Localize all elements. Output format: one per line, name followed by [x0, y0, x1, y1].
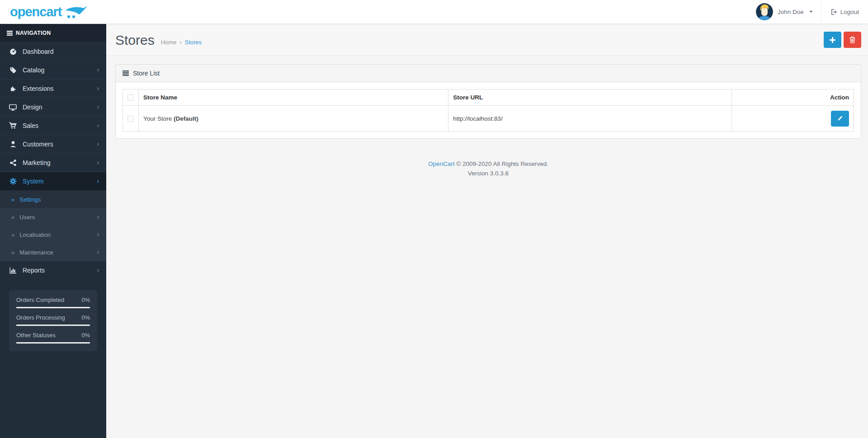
store-url-cell: http://localhost:83/: [448, 106, 732, 132]
sidebar-item-maintenance[interactable]: » Maintenance ›: [0, 243, 106, 261]
row-action-cell: [732, 106, 854, 132]
angle-double-right-icon: »: [11, 196, 14, 203]
sidebar-item-label: Customers: [23, 141, 97, 148]
logout-label: Logout: [840, 9, 859, 15]
stat-label: Orders Completed: [16, 297, 64, 303]
stat-value: 0%: [81, 332, 90, 339]
store-list-panel: Store List Store Name Store URL: [115, 64, 861, 139]
angle-double-right-icon: »: [11, 249, 14, 256]
sidebar-item-localisation[interactable]: » Localisation ›: [0, 226, 106, 243]
submenu-item-label: Settings: [19, 196, 99, 203]
footer-version: Version 3.0.3.6: [115, 169, 861, 179]
edit-store-button[interactable]: [831, 111, 849, 127]
row-select-cell: [123, 106, 139, 132]
stat-orders-processing: Orders Processing 0%: [16, 314, 90, 326]
user-icon: [9, 141, 17, 148]
avatar: [756, 3, 773, 20]
add-store-button[interactable]: [824, 32, 841, 48]
panel-heading: Store List: [116, 65, 861, 82]
store-table: Store Name Store URL Action: [123, 89, 854, 132]
page-header: Stores Home › Stores: [106, 24, 868, 56]
sidebar-item-label: Dashboard: [23, 48, 99, 55]
chevron-right-icon: ›: [97, 267, 99, 274]
progress-bar: [16, 325, 90, 326]
sidebar-item-sales[interactable]: Sales ›: [0, 116, 106, 135]
select-all-checkbox[interactable]: [127, 94, 134, 101]
chevron-right-icon: ›: [97, 249, 99, 256]
column-action: Action: [732, 89, 854, 106]
stat-value: 0%: [81, 314, 90, 321]
chevron-right-icon: ›: [97, 104, 99, 111]
plus-icon: [830, 37, 835, 43]
stat-label: Orders Processing: [16, 314, 65, 321]
panel-body: Store Name Store URL Action: [116, 82, 861, 138]
sign-out-icon: [830, 9, 837, 15]
opencart-admin: opencart: [0, 0, 868, 438]
submenu-item-label: Localisation: [19, 231, 97, 238]
list-icon: [123, 71, 129, 76]
layout: NAVIGATION Dashboard Catalog ›: [0, 24, 868, 438]
stat-other-statuses: Other Statuses 0%: [16, 332, 90, 344]
panel-title: Store List: [133, 70, 160, 77]
breadcrumb-home-link[interactable]: Home: [161, 39, 177, 46]
sidebar-item-reports[interactable]: Reports ›: [0, 261, 106, 279]
chevron-right-icon: ›: [97, 160, 99, 166]
store-name: Your Store: [143, 115, 174, 122]
progress-bar: [16, 342, 90, 344]
sidebar-item-dashboard[interactable]: Dashboard: [0, 42, 106, 61]
sidebar-item-customers[interactable]: Customers ›: [0, 135, 106, 153]
select-all-cell: [123, 89, 139, 106]
sidebar-item-extensions[interactable]: Extensions ›: [0, 79, 106, 98]
top-bar-right: John Doe Logout: [106, 0, 868, 24]
stat-orders-completed: Orders Completed 0%: [16, 297, 90, 308]
header-actions: [824, 32, 861, 48]
opencart-logo[interactable]: opencart: [10, 5, 88, 19]
table-row: Your Store (Default) http://localhost:83…: [123, 106, 854, 132]
copyright-text: © 2009-2020 All Rights Reserved.: [455, 160, 548, 167]
breadcrumb: Home › Stores: [161, 34, 202, 46]
gear-icon: [9, 178, 17, 185]
breadcrumb-stores-link[interactable]: Stores: [185, 39, 202, 46]
opencart-footer-link[interactable]: OpenCart: [428, 160, 455, 167]
share-icon: [9, 159, 17, 166]
user-name: John Doe: [778, 9, 804, 15]
cart-icon: [9, 122, 17, 129]
navigation-header: NAVIGATION: [0, 24, 106, 42]
sidebar-item-system[interactable]: System ›: [0, 172, 106, 190]
logo-area: opencart: [0, 0, 106, 24]
chevron-right-icon: ›: [97, 122, 99, 129]
chevron-right-icon: ›: [97, 67, 99, 74]
navigation-label: NAVIGATION: [16, 30, 51, 36]
store-default-badge: (Default): [174, 115, 198, 122]
desktop-icon: [9, 104, 17, 111]
sidebar-item-design[interactable]: Design ›: [0, 98, 106, 116]
logo-text: opencart: [10, 5, 61, 19]
footer: OpenCart © 2009-2020 All Rights Reserved…: [115, 160, 861, 179]
delete-store-button[interactable]: [844, 32, 861, 48]
chevron-right-icon: ›: [97, 231, 99, 238]
user-menu[interactable]: John Doe: [748, 0, 821, 24]
stat-value: 0%: [81, 297, 90, 303]
logout-button[interactable]: Logout: [821, 9, 868, 15]
top-bar: opencart: [0, 0, 868, 24]
submenu-item-label: Users: [19, 214, 97, 221]
sidebar-item-label: Extensions: [23, 85, 97, 92]
sidebar-item-catalog[interactable]: Catalog ›: [0, 61, 106, 79]
hamburger-icon: [7, 31, 13, 36]
content-container: Store List Store Name Store URL: [106, 56, 868, 179]
trash-icon: [849, 36, 856, 43]
watermark: https://blog.csdn.net/simonluk: [773, 429, 863, 436]
chevron-right-icon: ›: [97, 214, 99, 221]
bar-chart-icon: [9, 267, 17, 274]
sidebar-item-users[interactable]: » Users ›: [0, 208, 106, 226]
submenu-item-label: Maintenance: [19, 249, 97, 256]
tags-icon: [9, 66, 17, 74]
row-checkbox[interactable]: [127, 116, 134, 122]
sidebar-item-marketing[interactable]: Marketing ›: [0, 153, 106, 172]
sidebar-item-settings[interactable]: » Settings: [0, 190, 106, 208]
cart-swoosh-icon: [65, 5, 88, 19]
chevron-right-icon: ›: [97, 85, 99, 92]
sidebar-item-label: Design: [23, 104, 97, 111]
caret-down-icon: [809, 11, 813, 13]
sidebar-item-label: Reports: [23, 267, 97, 274]
